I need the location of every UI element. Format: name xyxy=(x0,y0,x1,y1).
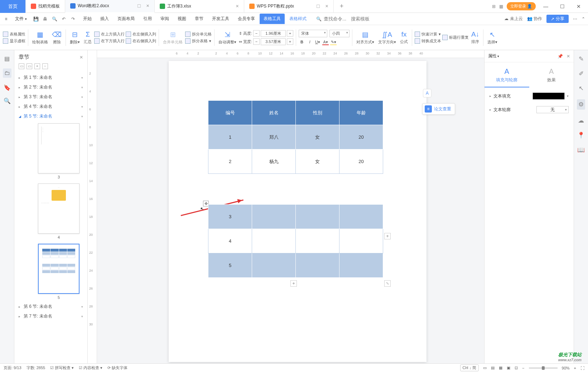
prop-tab-effect[interactable]: A效果 xyxy=(529,65,574,87)
minimize-button[interactable]: — xyxy=(539,4,552,9)
insert-col-left-button[interactable]: 在左侧插入列 xyxy=(126,32,156,37)
nav-section-3[interactable]: ▸第 3 节: 未命名▾ xyxy=(14,92,87,102)
window-close-button[interactable]: ✕ xyxy=(572,4,585,9)
spellcheck-toggle[interactable]: ☑ 拼写检查 ▾ xyxy=(50,365,74,371)
tab-word-doc[interactable]: Word教程2.docx ☐ ✕ xyxy=(65,0,155,13)
merge-cells-button[interactable]: ⊞合并单元格 xyxy=(162,30,184,46)
height-plus[interactable]: + xyxy=(287,30,293,37)
alignment-button[interactable]: ▤对齐方式▾ xyxy=(355,30,376,46)
nav-section-4[interactable]: ▸第 4 节: 未命名▾ xyxy=(14,102,87,111)
nav-tool-1[interactable]: ▭ xyxy=(19,63,24,69)
nav-section-7[interactable]: ▸第 7 节: 未命名▾ xyxy=(14,311,87,321)
table-add-row[interactable]: + xyxy=(290,280,297,287)
redo-icon[interactable]: ↷ xyxy=(70,16,76,22)
nav-section-1[interactable]: ▸第 1 节: 未命名▾ xyxy=(14,73,87,82)
tab-xlsx[interactable]: 工作簿3.xlsx ✕ xyxy=(155,0,244,13)
tab-menu-icon[interactable]: ☐ xyxy=(316,4,320,9)
maximize-button[interactable]: ☐ xyxy=(556,4,569,9)
paper-check-button[interactable]: ≡ 论文查重 xyxy=(422,103,455,115)
collab-button[interactable]: 👥 协作 xyxy=(527,16,542,22)
file-menu[interactable]: 文件 ▾ xyxy=(12,15,30,23)
fill-color-swatch[interactable] xyxy=(532,92,565,100)
sort-button[interactable]: A↓排序 xyxy=(470,30,481,45)
document-page[interactable]: 编号姓名性别年龄 1郑八女20 2杨九女20 ✥ ↖ 3 4 5 + + ⤡ A… xyxy=(169,61,426,362)
text-direction-button[interactable]: ∬A文字方向▾ xyxy=(377,30,397,46)
height-value[interactable]: 1.96厘米 xyxy=(261,30,286,37)
rail-location-icon[interactable]: 📍 xyxy=(577,132,585,139)
undo-icon[interactable]: ↶ xyxy=(61,16,67,22)
tab-ppt[interactable]: WPS PPT教程.pptx ☐ ✕ xyxy=(244,0,334,13)
eraser-button[interactable]: ⌫擦除 xyxy=(50,30,63,46)
page-indicator[interactable]: 页面: 9/13 xyxy=(4,365,21,371)
tab-devtools[interactable]: 开发工具 xyxy=(208,14,233,24)
ime-indicator[interactable]: CH ↓ 简 xyxy=(460,364,479,371)
font-color-button[interactable]: A▾ xyxy=(322,39,329,45)
tab-reference[interactable]: 引用 xyxy=(139,14,156,24)
word-count[interactable]: 字数: 2855 xyxy=(26,365,45,371)
tab-template[interactable]: 找稻壳模板 xyxy=(26,0,65,13)
quick-calc-button[interactable]: 快速计算▾ xyxy=(415,32,441,37)
close-icon[interactable]: ✕ xyxy=(146,4,149,8)
width-value[interactable]: 3.57厘米 xyxy=(261,38,286,45)
tab-review[interactable]: 审阅 xyxy=(156,14,173,24)
preview-icon[interactable]: 🔍 xyxy=(51,16,58,22)
grid-icon[interactable]: ⊞ xyxy=(492,4,496,9)
table-resize[interactable]: ⤡ xyxy=(384,280,391,287)
nav-section-2[interactable]: ▸第 2 节: 未命名▾ xyxy=(14,82,87,92)
zoom-value[interactable]: 90% xyxy=(562,366,570,370)
new-tab-button[interactable]: + xyxy=(334,3,350,10)
zoom-slider[interactable] xyxy=(529,367,558,369)
page-thumb-3[interactable]: ········· 3 xyxy=(30,123,87,179)
content-check-toggle[interactable]: ☑ 内容检查 ▾ xyxy=(79,365,102,371)
cloud-status[interactable]: ☁ 未上云 xyxy=(504,16,522,22)
close-icon[interactable]: ✕ xyxy=(325,4,328,9)
page-thumb-4[interactable]: ······················· 4 xyxy=(30,183,87,239)
autofit-button[interactable]: ⇲自动调整▾ xyxy=(217,30,238,46)
outline-rail-icon[interactable]: ▤ xyxy=(4,55,10,62)
delete-button[interactable]: ⊟删除▾ xyxy=(68,30,81,46)
table-add-col[interactable]: + xyxy=(384,233,391,239)
width-plus[interactable]: + xyxy=(287,38,293,45)
folder-rail-icon[interactable]: 🗀 xyxy=(3,68,11,78)
data-table-1[interactable]: 编号姓名性别年龄 1郑八女20 2杨九女20 xyxy=(208,100,383,174)
hamburger-icon[interactable]: ≡ xyxy=(3,16,9,22)
view-read-icon[interactable]: ▣ xyxy=(507,366,510,370)
underline-button[interactable]: U▾ xyxy=(314,39,321,45)
outline-select[interactable]: 无 xyxy=(536,106,569,113)
rail-cloud-icon[interactable]: ☁ xyxy=(578,117,584,124)
insert-row-below-button[interactable]: 在下方插入行 xyxy=(94,38,125,44)
nav-tool-3[interactable]: + xyxy=(34,63,40,69)
login-button[interactable]: 立即登录 👤 xyxy=(507,2,536,10)
horizontal-ruler[interactable]: 642 246 81012 141618 202224 262830 32343… xyxy=(97,50,484,58)
data-table-2[interactable]: 3 4 5 xyxy=(208,204,383,278)
more-icon[interactable]: ⋯ xyxy=(573,16,577,22)
rail-settings-icon[interactable]: ⚙ xyxy=(577,99,585,110)
nav-section-6[interactable]: ▸第 6 节: 未命名▾ xyxy=(14,302,87,311)
show-gridlines-button[interactable]: 显示虚框 xyxy=(3,38,25,44)
prop-close-icon[interactable]: ✕ xyxy=(567,54,570,59)
close-icon[interactable]: ✕ xyxy=(236,4,239,9)
page-thumb-5[interactable]: 5 xyxy=(30,244,87,300)
collapse-ribbon-icon[interactable]: ⌃ xyxy=(582,16,585,22)
fullscreen-icon[interactable]: ⛶ xyxy=(580,366,584,370)
nav-tool-2[interactable]: ▭ xyxy=(26,63,32,69)
tab-section[interactable]: 章节 xyxy=(191,14,207,24)
split-table-button[interactable]: 拆分表格▾ xyxy=(185,38,212,44)
height-minus[interactable]: − xyxy=(253,30,260,37)
width-minus[interactable]: − xyxy=(253,38,260,45)
rail-style-icon[interactable]: ✎ xyxy=(579,55,584,63)
text-fill-row[interactable]: ▸文本填充 ▾ xyxy=(490,92,569,100)
command-search[interactable]: 🔍 xyxy=(316,16,376,22)
formula-button[interactable]: fx公式 xyxy=(399,30,409,45)
nav-tool-4[interactable]: − xyxy=(42,63,48,69)
missing-font[interactable]: ⟳ 缺失字体 xyxy=(107,365,127,371)
float-a-badge[interactable]: A xyxy=(423,89,432,97)
view-outline-icon[interactable]: ▦ xyxy=(499,366,502,370)
search-command-input[interactable] xyxy=(324,16,349,22)
convert-text-button[interactable]: 转换成文本 xyxy=(415,38,441,44)
font-size-select[interactable]: 小四 xyxy=(329,30,350,37)
rail-pen-icon[interactable]: ✐ xyxy=(579,70,584,77)
apps-icon[interactable]: ▦ xyxy=(499,4,503,9)
zoom-fit-icon[interactable]: ⊡ xyxy=(515,366,518,370)
select-button[interactable]: ↖选择▾ xyxy=(486,30,499,46)
